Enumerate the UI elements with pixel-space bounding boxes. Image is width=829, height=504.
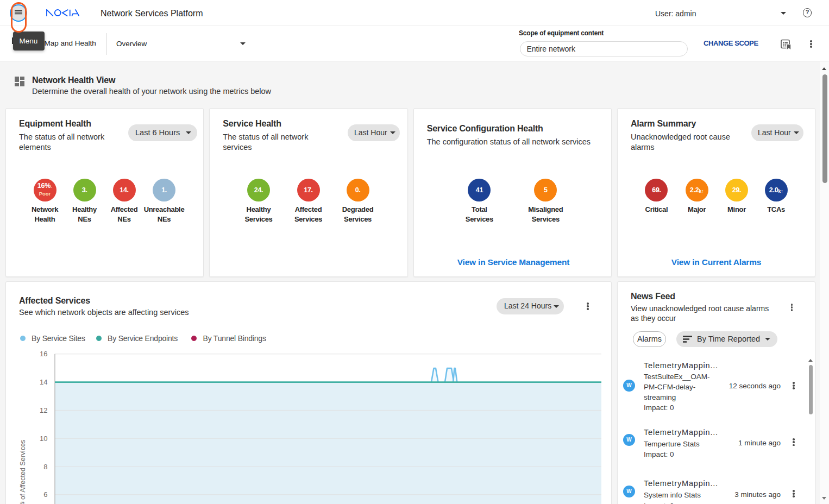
svg-text:12: 12 [40, 406, 47, 414]
svg-text:6: 6 [43, 490, 47, 499]
svg-text:# of Affected Services: # of Affected Services [19, 440, 27, 504]
svg-text:8: 8 [43, 463, 47, 471]
svg-text:10: 10 [40, 434, 47, 443]
svg-text:14: 14 [40, 378, 47, 386]
svg-text:16: 16 [40, 350, 47, 358]
